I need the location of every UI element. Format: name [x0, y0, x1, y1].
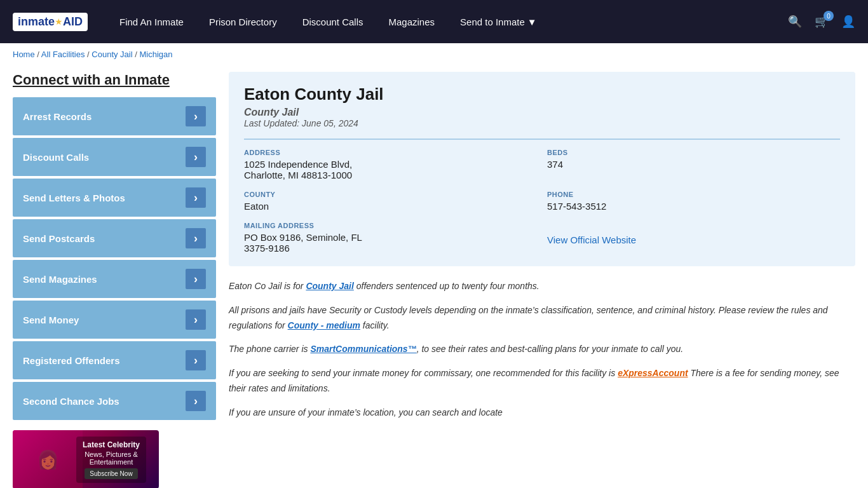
address-line2: Charlotte, MI 48813-1000 [244, 170, 352, 180]
desc-smartcomm-link[interactable]: SmartCommunications™ [310, 344, 416, 354]
logo-container[interactable]: inmate ★ AID [13, 13, 88, 31]
mailing-block: MAILING ADDRESS PO Box 9186, Seminole, F… [244, 222, 537, 254]
arrow-icon: › [186, 187, 206, 208]
desc-p1: Eaton Co Jail is for County Jail offende… [229, 279, 855, 294]
beds-value: 374 [547, 159, 840, 170]
mailing-label: MAILING ADDRESS [244, 222, 537, 229]
sidebar-ad[interactable]: 👩 Latest Celebrity News, Pictures & Ente… [13, 430, 159, 488]
ad-subscribe-button[interactable]: Subscribe Now [85, 468, 137, 479]
nav-icons: 🔍 🛒 0 👤 [788, 15, 855, 29]
arrow-icon: › [186, 350, 206, 370]
desc-expressaccount-link[interactable]: eXpressAccount [618, 368, 688, 378]
desc-p3: The phone carrier is SmartCommunications… [229, 342, 855, 357]
sidebar-item-arrest-records[interactable]: Arrest Records › [13, 97, 216, 135]
facility-type: County Jail [244, 107, 840, 118]
sidebar-item-label: Second Chance Jobs [23, 396, 119, 407]
sidebar-item-label: Send Postcards [23, 233, 95, 244]
facility-name: Eaton County Jail [244, 85, 840, 104]
ad-title: Latest Celebrity [83, 440, 140, 449]
county-block: COUNTY Eaton [244, 191, 537, 212]
nav-prison-directory[interactable]: Prison Directory [209, 17, 277, 27]
breadcrumb-all-facilities[interactable]: All Facilities [41, 50, 85, 59]
desc-p1-after: offenders sentenced up to twenty four mo… [354, 281, 539, 291]
arrow-icon: › [186, 106, 206, 126]
logo-inmate: inmate [18, 15, 55, 29]
desc-p3-before: The phone carrier is [229, 344, 310, 354]
desc-county-jail-link[interactable]: County Jail [306, 281, 353, 291]
address-label: ADDRESS [244, 149, 537, 156]
arrow-icon: › [186, 228, 206, 248]
sidebar-item-label: Send Money [23, 315, 79, 325]
address-value: 1025 Independence Blvd, Charlotte, MI 48… [244, 159, 537, 180]
phone-block: PHONE 517-543-3512 [547, 191, 840, 212]
breadcrumb-home[interactable]: Home [13, 50, 35, 59]
sidebar: Connect with an Inmate Arrest Records › … [13, 72, 216, 488]
desc-county-medium-link[interactable]: County - medium [288, 320, 360, 330]
address-block: ADDRESS 1025 Independence Blvd, Charlott… [244, 149, 537, 180]
desc-p4: If you are seeking to send your inmate m… [229, 366, 855, 396]
mailing-value: PO Box 9186, Seminole, FL 3375-9186 [244, 232, 537, 254]
arrow-icon: › [186, 269, 206, 289]
sidebar-item-label: Send Magazines [23, 274, 97, 285]
facility-details: ADDRESS 1025 Independence Blvd, Charlott… [244, 139, 840, 254]
beds-label: BEDS [547, 149, 840, 156]
sidebar-item-label: Arrest Records [23, 111, 92, 122]
address-line1: 1025 Independence Blvd, [244, 159, 352, 170]
arrow-icon: › [186, 391, 206, 411]
breadcrumb: Home / All Facilities / County Jail / Mi… [0, 43, 868, 65]
mailing-line2: 3375-9186 [244, 243, 290, 254]
ad-image: 👩 [13, 430, 83, 488]
sidebar-title: Connect with an Inmate [13, 72, 216, 88]
logo-star: ★ [55, 17, 63, 27]
desc-p5-text: If you are unsure of your inmate’s locat… [229, 407, 503, 417]
sidebar-item-discount-calls[interactable]: Discount Calls › [13, 138, 216, 176]
sidebar-item-label: Registered Offenders [23, 355, 120, 366]
cart-badge: 0 [824, 11, 834, 21]
phone-label: PHONE [547, 191, 840, 198]
sidebar-item-send-money[interactable]: Send Money › [13, 301, 216, 339]
search-button[interactable]: 🔍 [788, 15, 802, 29]
county-label: COUNTY [244, 191, 537, 198]
desc-p3-after: , to see their rates and best-calling pl… [417, 344, 683, 354]
sidebar-item-send-magazines[interactable]: Send Magazines › [13, 260, 216, 298]
nav-find-inmate[interactable]: Find An Inmate [119, 17, 184, 27]
chevron-down-icon: ▼ [527, 17, 537, 27]
phone-value: 517-543-3512 [547, 201, 840, 212]
facility-card: Eaton County Jail County Jail Last Updat… [229, 72, 855, 266]
website-link[interactable]: View Official Website [547, 234, 636, 245]
sidebar-item-second-chance-jobs[interactable]: Second Chance Jobs › [13, 382, 216, 420]
logo-box: inmate ★ AID [13, 13, 88, 31]
description: Eaton Co Jail is for County Jail offende… [229, 279, 855, 421]
main-content: Eaton County Jail County Jail Last Updat… [229, 72, 855, 488]
ad-text-block: Latest Celebrity News, Pictures & Entert… [76, 437, 146, 483]
county-value: Eaton [244, 201, 537, 212]
nav-links: Find An Inmate Prison Directory Discount… [119, 17, 769, 27]
sidebar-item-registered-offenders[interactable]: Registered Offenders › [13, 341, 216, 379]
user-button[interactable]: 👤 [841, 15, 855, 29]
website-block: View Official Website [547, 222, 840, 254]
main-layout: Connect with an Inmate Arrest Records › … [0, 65, 868, 488]
nav-discount-calls[interactable]: Discount Calls [302, 17, 363, 27]
desc-p2: All prisons and jails have Security or C… [229, 303, 855, 334]
navbar: inmate ★ AID Find An Inmate Prison Direc… [0, 0, 868, 43]
arrow-icon: › [186, 309, 206, 330]
mailing-line1: PO Box 9186, Seminole, FL [244, 232, 362, 243]
desc-p4-before: If you are seeking to send your inmate m… [229, 368, 618, 378]
beds-block: BEDS 374 [547, 149, 840, 180]
sidebar-item-send-letters[interactable]: Send Letters & Photos › [13, 179, 216, 217]
sidebar-item-send-postcards[interactable]: Send Postcards › [13, 219, 216, 257]
cart-button[interactable]: 🛒 0 [815, 15, 829, 29]
logo-aid: AID [63, 15, 83, 29]
nav-magazines[interactable]: Magazines [389, 17, 435, 27]
nav-send-to-inmate[interactable]: Send to Inmate ▼ [460, 17, 537, 27]
facility-updated: Last Updated: June 05, 2024 [244, 118, 840, 128]
arrow-icon: › [186, 147, 206, 167]
desc-p5: If you are unsure of your inmate’s locat… [229, 405, 855, 421]
ad-subtitle: News, Pictures & [83, 451, 140, 458]
sidebar-item-label: Discount Calls [23, 152, 89, 163]
breadcrumb-county-jail[interactable]: County Jail [92, 50, 132, 59]
breadcrumb-michigan[interactable]: Michigan [139, 50, 172, 59]
send-to-inmate-label: Send to Inmate [460, 17, 525, 27]
ad-line3: Entertainment [83, 458, 140, 466]
sidebar-item-label: Send Letters & Photos [23, 193, 125, 203]
